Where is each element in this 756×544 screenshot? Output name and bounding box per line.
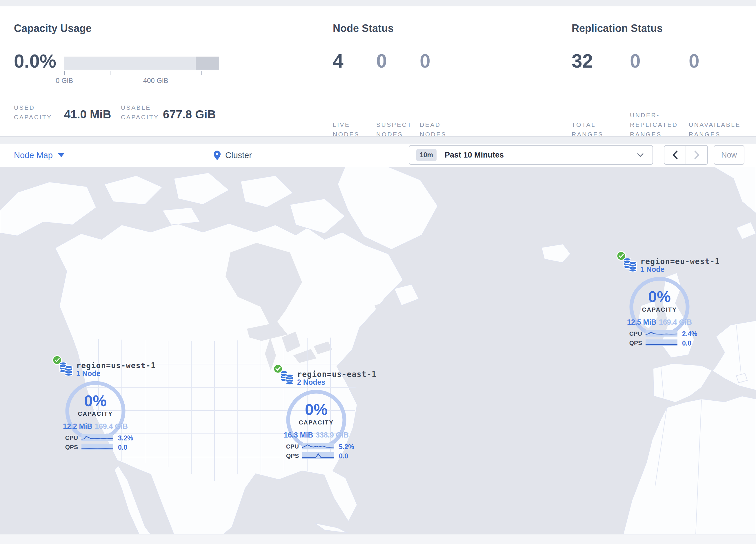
now-button[interactable]: Now <box>714 145 744 165</box>
total-capacity-value: 169.4 GiB <box>659 318 692 327</box>
usable-capacity-value: 677.8 GiB <box>163 108 216 121</box>
time-range-label: Past 10 Minutes <box>445 150 637 159</box>
node-count-label: 1 Node <box>76 369 100 378</box>
qps-label: QPS <box>286 452 299 459</box>
capacity-used-percent: 0.0% <box>14 50 56 72</box>
axis-tick <box>64 71 65 75</box>
map-toolbar: Node Map Cluster 10m Past 10 Minutes <box>0 144 756 167</box>
chevron-down-icon <box>637 153 644 157</box>
breadcrumb-label: Cluster <box>225 150 252 160</box>
axis-tick-label: 400 GiB <box>132 77 179 85</box>
view-selector-dropdown[interactable]: Node Map <box>14 144 64 167</box>
node-count-label: 1 Node <box>640 265 664 274</box>
chevron-left-icon <box>672 150 678 160</box>
unavailable-ranges-label: UNAVAILABLERANGES <box>689 89 741 139</box>
total-capacity-value: 338.9 GiB <box>316 431 349 439</box>
cpu-value: 3.2% <box>118 434 133 442</box>
capacity-percent: 0% <box>610 288 709 306</box>
qps-sparkline <box>646 340 677 346</box>
suspect-nodes-count: 0 <box>376 50 387 72</box>
chevron-down-icon <box>58 153 64 157</box>
dead-nodes-count: 0 <box>420 50 430 72</box>
qps-label: QPS <box>629 340 642 347</box>
cpu-value: 2.4% <box>682 330 697 338</box>
location-pin-icon <box>214 150 221 160</box>
used-capacity-label: USED CAPACITY <box>14 103 52 122</box>
database-nodes-icon <box>59 361 74 377</box>
capacity-bar-reserved-segment <box>196 57 219 70</box>
qps-label: QPS <box>65 444 78 451</box>
time-step-forward-button[interactable] <box>686 146 707 164</box>
time-step-buttons <box>664 145 708 165</box>
usable-capacity-label: USABLE CAPACITY <box>121 103 159 122</box>
total-ranges-count: 32 <box>572 50 593 72</box>
used-capacity-value: 12.5 MiB <box>627 318 656 327</box>
cluster-summary-panel: Capacity Usage 0.0% 0 GiB 400 GiB USED C… <box>0 6 756 137</box>
used-capacity-value: 16.3 MiB <box>284 431 313 439</box>
qps-value: 0.0 <box>682 340 691 347</box>
capacity-percent: 0% <box>267 400 366 418</box>
region-label: region=us-east-1 <box>297 370 377 379</box>
cpu-sparkline <box>646 330 677 337</box>
time-step-back-button[interactable] <box>664 146 686 164</box>
time-range-badge: 10m <box>416 149 437 161</box>
replication-status-title: Replication Status <box>572 22 663 35</box>
under-replicated-ranges-count: 0 <box>630 50 641 72</box>
dead-nodes-label: DEADNODES <box>420 89 446 139</box>
axis-tick <box>201 71 202 75</box>
cpu-value: 5.2% <box>339 443 354 451</box>
cpu-sparkline <box>81 434 113 441</box>
chevron-right-icon <box>694 150 700 160</box>
database-nodes-icon <box>623 257 638 273</box>
used-capacity-value: 12.2 MiB <box>63 422 92 431</box>
region-label: region=us-west-1 <box>76 361 156 370</box>
page-footer-strip <box>0 534 756 544</box>
cpu-label: CPU <box>65 434 78 441</box>
region-label: region=eu-west-1 <box>640 257 720 266</box>
live-nodes-count: 4 <box>333 50 344 72</box>
capacity-usage-title: Capacity Usage <box>14 22 92 35</box>
capacity-label: CAPACITY <box>610 307 709 313</box>
region-marker-eu-west-1[interactable]: region=eu-west-1 1 Node 0% CAPACITY 12.5… <box>610 249 709 353</box>
region-marker-us-east-1[interactable]: region=us-east-1 2 Nodes 0% CAPACITY 16.… <box>267 362 366 466</box>
capacity-percent: 0% <box>46 392 145 410</box>
axis-tick <box>156 71 156 75</box>
qps-sparkline <box>302 452 334 459</box>
cpu-label: CPU <box>629 330 642 337</box>
axis-tick-label: 0 GiB <box>41 77 88 85</box>
time-range-selector[interactable]: 10m Past 10 Minutes <box>409 145 653 165</box>
total-ranges-label: TOTALRANGES <box>572 89 604 139</box>
unavailable-ranges-count: 0 <box>689 50 699 72</box>
qps-value: 0.0 <box>118 444 127 452</box>
cpu-sparkline <box>302 443 334 449</box>
cluster-overview-page: Capacity Usage 0.0% 0 GiB 400 GiB USED C… <box>0 0 756 544</box>
qps-value: 0.0 <box>339 452 348 460</box>
node-map[interactable]: region=us-west-1 1 Node 0% CAPACITY 12.2… <box>0 167 756 534</box>
qps-sparkline <box>81 444 113 450</box>
axis-tick <box>110 71 110 75</box>
capacity-label: CAPACITY <box>267 419 366 426</box>
view-selector-label: Node Map <box>14 150 53 160</box>
live-nodes-label: LIVENODES <box>333 89 359 139</box>
node-status-title: Node Status <box>333 22 394 35</box>
used-capacity-value: 41.0 MiB <box>64 108 111 121</box>
total-capacity-value: 169.4 GiB <box>95 422 128 431</box>
breadcrumb[interactable]: Cluster <box>214 144 252 167</box>
cpu-label: CPU <box>286 443 299 450</box>
capacity-bar <box>64 57 219 70</box>
suspect-nodes-label: SUSPECTNODES <box>376 89 412 139</box>
capacity-label: CAPACITY <box>46 411 145 417</box>
database-nodes-icon <box>280 370 295 386</box>
node-count-label: 2 Nodes <box>297 378 325 387</box>
region-marker-us-west-1[interactable]: region=us-west-1 1 Node 0% CAPACITY 12.2… <box>46 353 145 458</box>
under-replicated-ranges-label: UNDER-REPLICATEDRANGES <box>630 89 678 139</box>
